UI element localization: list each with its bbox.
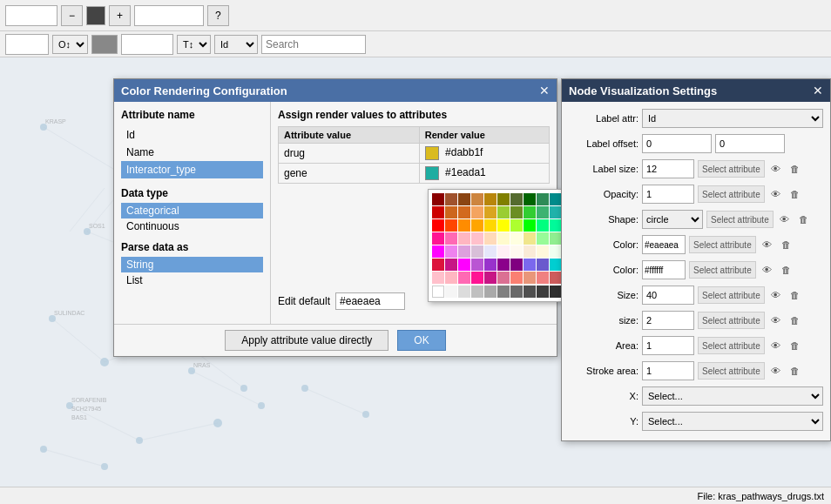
toolbar-input-left[interactable]: [5, 5, 57, 26]
color-cell[interactable]: [458, 232, 470, 245]
color-cell[interactable]: [497, 206, 510, 218]
color-display[interactable]: [91, 35, 118, 54]
color-cell[interactable]: [510, 245, 523, 258]
color-cell[interactable]: [445, 245, 457, 258]
color-cell[interactable]: [524, 219, 536, 232]
color-cell[interactable]: [497, 232, 510, 245]
color-cell[interactable]: [471, 232, 483, 245]
opacity-input[interactable]: [642, 185, 694, 204]
fill-color-select-attr[interactable]: Select attribute: [689, 236, 756, 253]
border-color-delete-icon[interactable]: 🗑: [779, 262, 794, 278]
color-cell[interactable]: [537, 206, 549, 218]
color-cell[interactable]: [550, 232, 562, 245]
color-cell[interactable]: [432, 245, 444, 258]
color-cell[interactable]: [497, 219, 510, 232]
color-cell[interactable]: [471, 219, 483, 232]
color-cell[interactable]: [458, 206, 470, 218]
color-cell[interactable]: [484, 272, 497, 284]
color-cell[interactable]: [537, 193, 549, 205]
area-delete-icon[interactable]: 🗑: [787, 338, 803, 353]
color-cell[interactable]: [497, 259, 510, 271]
parse-list[interactable]: List: [121, 272, 263, 288]
size-eye-icon[interactable]: 👁: [768, 287, 784, 303]
color-cell[interactable]: [484, 232, 497, 245]
fill-color-delete-icon[interactable]: 🗑: [779, 237, 794, 252]
label-attr-select[interactable]: Id Name Interactor_type: [642, 109, 823, 128]
text-select[interactable]: T↕: [177, 35, 211, 54]
color-cell[interactable]: [497, 245, 510, 258]
color-cell[interactable]: [524, 232, 536, 245]
color-cell[interactable]: [471, 193, 483, 205]
y-select[interactable]: Select...: [642, 412, 823, 431]
color-cell[interactable]: [550, 272, 562, 284]
opacity-select-attr[interactable]: Select attribute: [698, 185, 765, 203]
stroke-area-delete-icon[interactable]: 🗑: [787, 363, 803, 379]
color-swatch-gene[interactable]: [425, 166, 439, 180]
color-cell[interactable]: [471, 259, 483, 271]
color-cell[interactable]: [484, 193, 497, 205]
stroke-area-select-attr[interactable]: Select attribute: [698, 362, 765, 380]
color-cell[interactable]: [458, 286, 470, 298]
border-size-eye-icon[interactable]: 👁: [768, 312, 784, 328]
help-button[interactable]: ?: [207, 5, 229, 26]
color-cell[interactable]: [524, 206, 536, 218]
color-hex-left[interactable]: #FFFFFF: [5, 34, 49, 55]
color-cell[interactable]: [537, 272, 549, 284]
attr-name[interactable]: Name: [121, 144, 263, 161]
color-cell[interactable]: [445, 206, 457, 218]
color-cell[interactable]: [510, 232, 523, 245]
opacity-eye-icon[interactable]: 👁: [768, 186, 784, 202]
attr-interactor-type[interactable]: Interactor_type: [121, 161, 263, 178]
opacity-delete-icon[interactable]: 🗑: [787, 186, 803, 202]
color-cell[interactable]: [497, 272, 510, 284]
color-cell[interactable]: [458, 245, 470, 258]
zoom-in-button[interactable]: +: [109, 5, 131, 26]
color-cell[interactable]: [432, 219, 444, 232]
opacity-select[interactable]: O↕: [52, 35, 88, 54]
zoom-out-button[interactable]: −: [61, 5, 83, 26]
color-cell[interactable]: [550, 193, 562, 205]
color-cell[interactable]: [510, 259, 523, 271]
color-cell[interactable]: [550, 286, 562, 298]
search-input[interactable]: [261, 35, 366, 54]
color-cell[interactable]: [550, 245, 562, 258]
color-cell-white[interactable]: [432, 286, 444, 298]
label-size-select-attr[interactable]: Select attribute: [698, 160, 765, 178]
shape-select-attr[interactable]: Select attribute: [706, 211, 774, 228]
label-offset-x[interactable]: [642, 134, 712, 153]
border-color-input[interactable]: [642, 260, 686, 279]
border-color-eye-icon[interactable]: 👁: [760, 262, 775, 278]
attr-id[interactable]: Id: [121, 126, 263, 144]
size-input[interactable]: [642, 286, 694, 305]
x-select[interactable]: Select...: [642, 386, 823, 406]
color-cell[interactable]: [445, 219, 457, 232]
toolbar-input-right[interactable]: [134, 5, 204, 26]
color-cell[interactable]: [484, 245, 497, 258]
color-cell[interactable]: [550, 206, 562, 218]
color-cell[interactable]: [524, 259, 536, 271]
color-cell[interactable]: [484, 259, 497, 271]
stroke-area-eye-icon[interactable]: 👁: [768, 363, 784, 379]
color-dialog-close[interactable]: ✕: [539, 84, 550, 97]
size-select-attr[interactable]: Select attribute: [698, 286, 765, 304]
area-select-attr[interactable]: Select attribute: [698, 337, 765, 354]
parse-string[interactable]: String: [121, 257, 263, 272]
color-cell[interactable]: [537, 219, 549, 232]
color-cell[interactable]: [524, 286, 536, 298]
color-cell[interactable]: [510, 193, 523, 205]
color-cell[interactable]: [432, 259, 444, 271]
color-cell[interactable]: [510, 206, 523, 218]
color-cell[interactable]: [432, 232, 444, 245]
area-eye-icon[interactable]: 👁: [768, 338, 784, 353]
color-cell[interactable]: [458, 193, 470, 205]
color-cell[interactable]: [445, 193, 457, 205]
color-cell[interactable]: [510, 219, 523, 232]
color-cell[interactable]: [537, 232, 549, 245]
color-cell[interactable]: [510, 286, 523, 298]
id-select[interactable]: Id: [214, 35, 258, 54]
color-cell[interactable]: [524, 245, 536, 258]
shape-eye-icon[interactable]: 👁: [777, 212, 793, 227]
shape-select[interactable]: circle square triangle diamond: [642, 210, 703, 229]
color-cell[interactable]: [471, 272, 483, 284]
color-cell[interactable]: [524, 193, 536, 205]
